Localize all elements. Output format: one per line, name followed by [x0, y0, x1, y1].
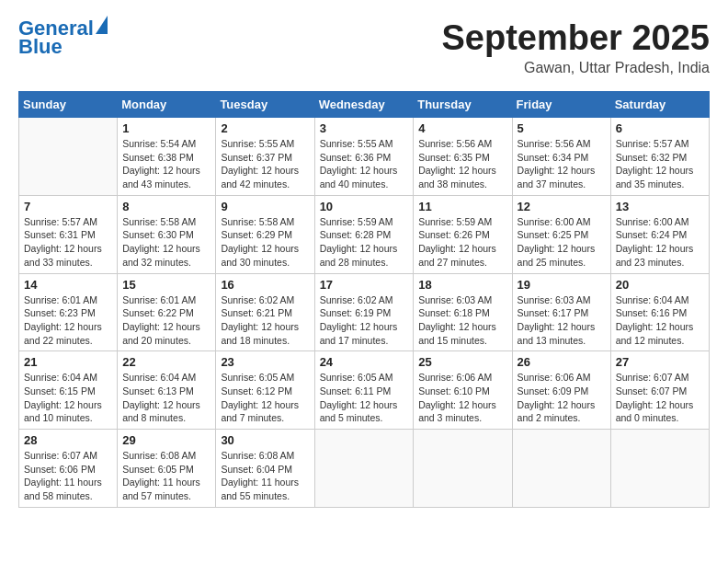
day-number: 4 [418, 121, 506, 135]
month-title: September 2025 [442, 18, 711, 58]
day-number: 11 [418, 200, 506, 213]
day-info: Sunrise: 6:02 AM Sunset: 6:21 PM Dayligh… [221, 293, 309, 348]
day-number: 8 [122, 200, 210, 213]
day-number: 7 [24, 200, 112, 213]
day-info: Sunrise: 6:04 AM Sunset: 6:13 PM Dayligh… [122, 371, 210, 425]
calendar-cell: 6Sunrise: 5:57 AM Sunset: 6:32 PM Daylig… [610, 118, 709, 196]
logo: General Blue [18, 18, 108, 57]
header-tuesday: Tuesday [216, 92, 314, 118]
day-number: 22 [122, 355, 210, 369]
day-info: Sunrise: 5:54 AM Sunset: 6:38 PM Dayligh… [122, 137, 210, 191]
calendar-cell: 4Sunrise: 5:56 AM Sunset: 6:35 PM Daylig… [414, 118, 512, 196]
day-info: Sunrise: 6:04 AM Sunset: 6:15 PM Dayligh… [24, 371, 112, 425]
header-sunday: Sunday [19, 92, 118, 118]
day-number: 18 [418, 278, 506, 292]
page-header: General Blue September 2025 Gawan, Uttar… [18, 18, 710, 76]
calendar-cell: 13Sunrise: 6:00 AM Sunset: 6:24 PM Dayli… [610, 195, 709, 273]
calendar-cell: 20Sunrise: 6:04 AM Sunset: 6:16 PM Dayli… [610, 273, 709, 351]
calendar-cell [512, 430, 610, 508]
day-number: 6 [616, 121, 704, 135]
day-number: 9 [221, 200, 309, 213]
day-number: 3 [320, 121, 409, 135]
header-saturday: Saturday [610, 92, 709, 118]
calendar-cell [610, 430, 709, 508]
day-info: Sunrise: 5:59 AM Sunset: 6:26 PM Dayligh… [418, 215, 506, 270]
calendar-cell: 28Sunrise: 6:07 AM Sunset: 6:06 PM Dayli… [19, 430, 118, 508]
day-number: 21 [24, 355, 112, 369]
calendar-cell: 21Sunrise: 6:04 AM Sunset: 6:15 PM Dayli… [19, 351, 118, 430]
day-info: Sunrise: 5:55 AM Sunset: 6:36 PM Dayligh… [320, 137, 409, 191]
day-info: Sunrise: 6:06 AM Sunset: 6:09 PM Dayligh… [518, 371, 606, 425]
day-number: 24 [320, 355, 409, 369]
day-number: 26 [518, 355, 606, 369]
day-number: 28 [24, 433, 112, 447]
day-info: Sunrise: 5:58 AM Sunset: 6:29 PM Dayligh… [221, 215, 309, 270]
day-number: 14 [24, 278, 112, 292]
calendar-cell: 27Sunrise: 6:07 AM Sunset: 6:07 PM Dayli… [610, 351, 709, 430]
calendar-week-row: 28Sunrise: 6:07 AM Sunset: 6:06 PM Dayli… [19, 430, 710, 508]
day-number: 10 [320, 200, 409, 213]
day-number: 20 [616, 278, 704, 292]
day-info: Sunrise: 6:02 AM Sunset: 6:19 PM Dayligh… [320, 293, 409, 348]
calendar-cell: 7Sunrise: 5:57 AM Sunset: 6:31 PM Daylig… [19, 195, 118, 273]
calendar-week-row: 14Sunrise: 6:01 AM Sunset: 6:23 PM Dayli… [19, 273, 710, 351]
calendar-cell: 17Sunrise: 6:02 AM Sunset: 6:19 PM Dayli… [314, 273, 414, 351]
day-info: Sunrise: 5:57 AM Sunset: 6:31 PM Dayligh… [24, 215, 112, 270]
day-number: 15 [122, 278, 210, 292]
day-number: 1 [122, 121, 210, 135]
calendar-cell [19, 118, 118, 196]
calendar-cell: 29Sunrise: 6:08 AM Sunset: 6:05 PM Dayli… [118, 430, 216, 508]
day-number: 16 [221, 278, 309, 292]
day-info: Sunrise: 5:55 AM Sunset: 6:37 PM Dayligh… [221, 137, 309, 191]
calendar-cell: 24Sunrise: 6:05 AM Sunset: 6:11 PM Dayli… [314, 351, 414, 430]
day-info: Sunrise: 6:05 AM Sunset: 6:12 PM Dayligh… [221, 371, 309, 425]
day-number: 29 [122, 433, 210, 447]
day-number: 30 [221, 433, 309, 447]
header-wednesday: Wednesday [314, 92, 414, 118]
logo-triangle-icon [96, 16, 108, 34]
calendar-cell: 15Sunrise: 6:01 AM Sunset: 6:22 PM Dayli… [118, 273, 216, 351]
calendar-week-row: 21Sunrise: 6:04 AM Sunset: 6:15 PM Dayli… [19, 351, 710, 430]
calendar-cell [414, 430, 512, 508]
day-info: Sunrise: 6:07 AM Sunset: 6:07 PM Dayligh… [616, 371, 704, 425]
calendar-cell: 19Sunrise: 6:03 AM Sunset: 6:17 PM Dayli… [512, 273, 610, 351]
day-info: Sunrise: 6:04 AM Sunset: 6:16 PM Dayligh… [616, 293, 704, 348]
calendar-cell: 14Sunrise: 6:01 AM Sunset: 6:23 PM Dayli… [19, 273, 118, 351]
day-info: Sunrise: 6:01 AM Sunset: 6:23 PM Dayligh… [24, 293, 112, 348]
logo-blue: Blue [18, 37, 108, 57]
day-info: Sunrise: 6:03 AM Sunset: 6:18 PM Dayligh… [418, 293, 506, 348]
day-info: Sunrise: 6:01 AM Sunset: 6:22 PM Dayligh… [122, 293, 210, 348]
calendar-cell: 16Sunrise: 6:02 AM Sunset: 6:21 PM Dayli… [216, 273, 314, 351]
calendar-week-row: 7Sunrise: 5:57 AM Sunset: 6:31 PM Daylig… [19, 195, 710, 273]
location-subtitle: Gawan, Uttar Pradesh, India [442, 60, 711, 76]
calendar-header-row: SundayMondayTuesdayWednesdayThursdayFrid… [19, 92, 710, 118]
day-info: Sunrise: 6:05 AM Sunset: 6:11 PM Dayligh… [320, 371, 409, 425]
calendar-cell: 5Sunrise: 5:56 AM Sunset: 6:34 PM Daylig… [512, 118, 610, 196]
day-info: Sunrise: 5:56 AM Sunset: 6:35 PM Dayligh… [418, 137, 506, 191]
header-friday: Friday [512, 92, 610, 118]
calendar-cell [314, 430, 414, 508]
day-number: 17 [320, 278, 409, 292]
day-number: 2 [221, 121, 309, 135]
title-section: September 2025 Gawan, Uttar Pradesh, Ind… [442, 18, 711, 76]
day-info: Sunrise: 6:08 AM Sunset: 6:05 PM Dayligh… [122, 449, 210, 503]
day-number: 13 [616, 200, 704, 213]
calendar-cell: 10Sunrise: 5:59 AM Sunset: 6:28 PM Dayli… [314, 195, 414, 273]
day-number: 19 [518, 278, 606, 292]
header-monday: Monday [118, 92, 216, 118]
calendar-cell: 23Sunrise: 6:05 AM Sunset: 6:12 PM Dayli… [216, 351, 314, 430]
day-number: 27 [616, 355, 704, 369]
header-thursday: Thursday [414, 92, 512, 118]
calendar-cell: 3Sunrise: 5:55 AM Sunset: 6:36 PM Daylig… [314, 118, 414, 196]
calendar-cell: 18Sunrise: 6:03 AM Sunset: 6:18 PM Dayli… [414, 273, 512, 351]
calendar-table: SundayMondayTuesdayWednesdayThursdayFrid… [18, 91, 710, 508]
day-info: Sunrise: 5:59 AM Sunset: 6:28 PM Dayligh… [320, 215, 409, 270]
calendar-cell: 26Sunrise: 6:06 AM Sunset: 6:09 PM Dayli… [512, 351, 610, 430]
day-info: Sunrise: 6:06 AM Sunset: 6:10 PM Dayligh… [418, 371, 506, 425]
calendar-cell: 22Sunrise: 6:04 AM Sunset: 6:13 PM Dayli… [118, 351, 216, 430]
day-number: 25 [418, 355, 506, 369]
calendar-cell: 11Sunrise: 5:59 AM Sunset: 6:26 PM Dayli… [414, 195, 512, 273]
day-info: Sunrise: 6:00 AM Sunset: 6:25 PM Dayligh… [518, 215, 606, 270]
day-info: Sunrise: 5:56 AM Sunset: 6:34 PM Dayligh… [518, 137, 606, 191]
day-number: 5 [518, 121, 606, 135]
